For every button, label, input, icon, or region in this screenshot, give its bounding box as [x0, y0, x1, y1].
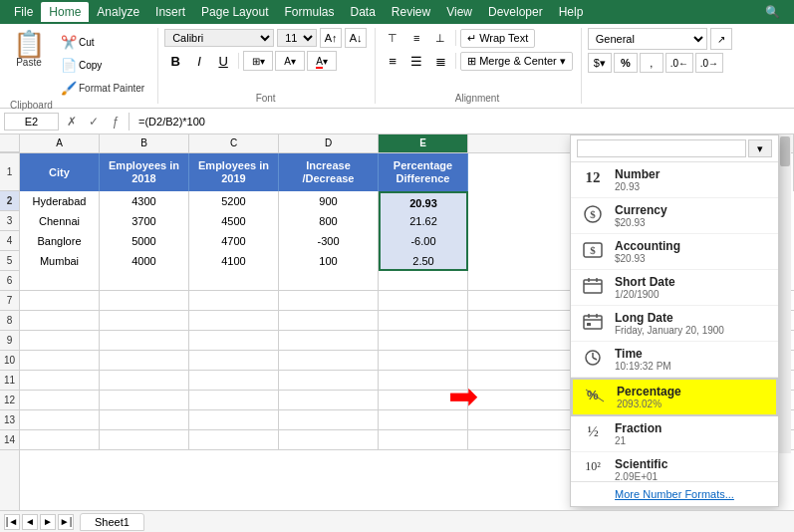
align-left-btn[interactable]: ≡	[382, 51, 403, 71]
menu-view[interactable]: View	[438, 2, 480, 22]
cell-c5[interactable]: 4100	[189, 251, 279, 271]
header-increase[interactable]: Increase /Decrease	[279, 153, 379, 191]
underline-btn[interactable]: U	[212, 51, 234, 71]
cell-b4[interactable]: 5000	[100, 231, 189, 251]
font-size-select[interactable]: 11	[277, 29, 317, 47]
menu-data[interactable]: Data	[342, 2, 383, 22]
formula-verify-icon[interactable]: ✗	[63, 113, 81, 131]
format-painter-button[interactable]: 🖌️Format Painter	[56, 78, 149, 99]
cell-b5[interactable]: 4000	[100, 251, 189, 271]
cell-b2[interactable]: 4300	[100, 191, 189, 211]
cell-d4[interactable]: -300	[279, 231, 379, 251]
header-emp2019[interactable]: Employees in 2019	[189, 153, 279, 191]
increase-decimal-btn[interactable]: .0→	[695, 53, 723, 73]
row-num-8[interactable]: 8	[0, 311, 19, 331]
copy-button[interactable]: 📄Copy	[56, 55, 149, 76]
menu-help[interactable]: Help	[551, 2, 592, 22]
cell-d2[interactable]: 900	[279, 191, 379, 211]
align-middle-btn[interactable]: ≡	[405, 28, 427, 48]
cell-c4[interactable]: 4700	[189, 231, 279, 251]
format-search-input[interactable]	[577, 139, 746, 157]
menu-page-layout[interactable]: Page Layout	[193, 2, 276, 22]
row-num-2[interactable]: 2	[0, 191, 19, 211]
menu-insert[interactable]: Insert	[147, 2, 193, 22]
comma-btn[interactable]: ,	[640, 53, 663, 73]
format-item-percentage[interactable]: % Percentage 2093.02%	[571, 378, 778, 416]
menu-home[interactable]: Home	[41, 2, 89, 22]
row-num-9[interactable]: 9	[0, 331, 19, 351]
format-item-time[interactable]: Time 10:19:32 PM	[571, 342, 778, 378]
row-num-5[interactable]: 5	[0, 251, 19, 271]
cell-c3[interactable]: 4500	[189, 211, 279, 231]
row-num-4[interactable]: 4	[0, 231, 19, 251]
align-right-btn[interactable]: ≣	[429, 51, 451, 71]
italic-btn[interactable]: I	[188, 51, 210, 71]
paste-button[interactable]: 📋 Paste	[6, 28, 52, 71]
border-btn[interactable]: ⊞▾	[243, 51, 273, 71]
row-num-10[interactable]: 10	[0, 351, 19, 371]
format-search-btn[interactable]: ▾	[748, 139, 772, 157]
format-item-number[interactable]: 12 Number 20.93	[571, 162, 778, 198]
row-num-14[interactable]: 14	[0, 430, 19, 450]
row-num-3[interactable]: 3	[0, 211, 19, 231]
col-header-b[interactable]: B	[100, 134, 189, 152]
menu-developer[interactable]: Developer	[480, 2, 551, 22]
col-header-c[interactable]: C	[189, 134, 279, 152]
number-format-expand[interactable]: ↗	[710, 28, 732, 50]
font-color-btn[interactable]: A▾	[307, 51, 337, 71]
cell-a3[interactable]: Chennai	[20, 211, 100, 231]
cell-e5[interactable]: 2.50	[379, 251, 468, 271]
number-format-select[interactable]: General	[588, 28, 707, 50]
align-top-btn[interactable]: ⊤	[382, 28, 403, 48]
tab-nav-prev[interactable]: ◄	[22, 514, 38, 530]
tab-nav-last[interactable]: ►|	[58, 514, 74, 530]
bold-btn[interactable]: B	[164, 51, 186, 71]
cut-button[interactable]: ✂️Cut	[56, 32, 149, 53]
search-icon[interactable]: 🔍	[757, 2, 788, 22]
row-num-6[interactable]: 6	[0, 271, 19, 291]
menu-analyze[interactable]: Analyze	[89, 2, 147, 22]
tab-nav-next[interactable]: ►	[40, 514, 56, 530]
col-header-d[interactable]: D	[279, 134, 379, 152]
number-format-dropdown[interactable]: ▾ 12 Number 20.93	[570, 134, 779, 507]
row-num-12[interactable]: 12	[0, 391, 19, 410]
cell-a2[interactable]: Hyderabad	[20, 191, 100, 211]
row-num-13[interactable]: 13	[0, 410, 19, 430]
menu-file[interactable]: File	[6, 2, 41, 22]
cell-e4[interactable]: -6.00	[379, 231, 468, 251]
format-item-long-date[interactable]: Long Date Friday, January 20, 1900	[571, 306, 778, 342]
cell-a4[interactable]: Banglore	[20, 231, 100, 251]
wrap-text-btn[interactable]: ↵ Wrap Text	[460, 29, 535, 48]
decrease-decimal-btn[interactable]: .0←	[665, 53, 693, 73]
increase-font-btn[interactable]: A↑	[320, 28, 342, 48]
cell-c2[interactable]: 5200	[189, 191, 279, 211]
decrease-font-btn[interactable]: A↓	[345, 28, 367, 48]
menu-formulas[interactable]: Formulas	[276, 2, 342, 22]
header-city[interactable]: City	[20, 153, 100, 191]
align-bottom-btn[interactable]: ⊥	[429, 28, 451, 48]
menu-review[interactable]: Review	[384, 2, 438, 22]
row-num-11[interactable]: 11	[0, 371, 19, 391]
col-header-e[interactable]: E	[379, 134, 468, 152]
percent-btn[interactable]: %	[614, 53, 638, 73]
cell-a5[interactable]: Mumbai	[20, 251, 100, 271]
sheet-tab-1[interactable]: Sheet1	[80, 513, 144, 531]
header-pct-diff[interactable]: Percentage Difference	[379, 153, 468, 191]
format-item-scientific[interactable]: 10² Scientific 2.09E+01	[571, 452, 778, 481]
cell-b3[interactable]: 3700	[100, 211, 189, 231]
insert-function-icon[interactable]: ƒ	[107, 113, 125, 131]
row-num-7[interactable]: 7	[0, 291, 19, 311]
format-item-fraction[interactable]: ½ Fraction 21	[571, 416, 778, 452]
cell-d5[interactable]: 100	[279, 251, 379, 271]
align-center-btn[interactable]: ☰	[405, 51, 427, 71]
formula-input[interactable]	[133, 113, 790, 131]
format-item-short-date[interactable]: Short Date 1/20/1900	[571, 270, 778, 306]
format-item-accounting[interactable]: $ Accounting $20.93	[571, 234, 778, 270]
format-item-currency[interactable]: $ Currency $20.93	[571, 198, 778, 234]
tab-nav-first[interactable]: |◄	[4, 514, 20, 530]
font-family-select[interactable]: Calibri	[164, 29, 274, 47]
merge-center-btn[interactable]: ⊞ Merge & Center ▾	[460, 52, 573, 71]
dropdown-scrollbar[interactable]	[777, 134, 791, 453]
more-formats-link[interactable]: More Number Formats...	[615, 488, 734, 500]
header-emp2018[interactable]: Employees in 2018	[100, 153, 189, 191]
